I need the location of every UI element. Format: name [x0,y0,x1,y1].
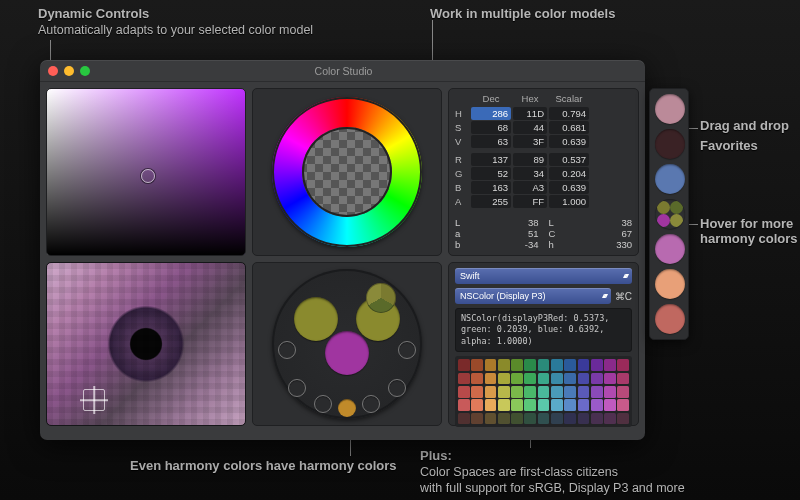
harmony-slot[interactable] [388,379,406,397]
value-row[interactable]: A 255 FF 1.000 [455,195,632,208]
swatch[interactable] [551,386,563,398]
favorite-multi[interactable] [655,199,685,229]
image-sampler[interactable] [46,262,246,426]
value-scalar[interactable]: 0.639 [549,135,589,148]
colorspace-select[interactable]: NSColor (Display P3)▴▾ [455,288,611,304]
swatch[interactable] [591,373,603,385]
swatch[interactable] [617,386,629,398]
swatch[interactable] [511,386,523,398]
swatch[interactable] [458,373,470,385]
swatch[interactable] [538,413,550,425]
harmony-slot[interactable] [288,379,306,397]
harmony-slot[interactable] [338,399,356,417]
swatch[interactable] [578,413,590,425]
hue-wheel[interactable] [272,97,422,247]
swatch[interactable] [511,413,523,425]
swatch[interactable] [524,359,536,371]
value-hex[interactable]: 44 [513,121,547,134]
swatch[interactable] [538,359,550,371]
language-select[interactable]: Swift▴▾ [455,268,632,284]
zoom-icon[interactable] [80,66,90,76]
value-scalar[interactable]: 0.537 [549,153,589,166]
value-row[interactable]: H 286 11D 0.794 [455,107,632,120]
swatch[interactable] [511,373,523,385]
favorite-swatch[interactable] [655,269,685,299]
swatch[interactable] [551,413,563,425]
harmony-slot[interactable] [362,395,380,413]
gradient-picker[interactable] [46,88,246,256]
minimize-icon[interactable] [64,66,74,76]
harmony-slot[interactable] [314,395,332,413]
value-dec[interactable]: 163 [471,181,511,194]
swatch[interactable] [564,373,576,385]
code-snippet[interactable]: NSColor(displayP3Red: 0.5373, green: 0.2… [455,308,632,352]
harmony-slot[interactable] [278,341,296,359]
favorite-swatch[interactable] [655,234,685,264]
swatch[interactable] [591,359,603,371]
swatch[interactable] [578,373,590,385]
swatch[interactable] [538,373,550,385]
value-dec[interactable]: 52 [471,167,511,180]
swatch[interactable] [604,373,616,385]
value-hex[interactable]: 11D [513,107,547,120]
value-dec[interactable]: 63 [471,135,511,148]
swatch[interactable] [498,373,510,385]
value-scalar[interactable]: 1.000 [549,195,589,208]
titlebar[interactable]: Color Studio [40,60,645,82]
value-dec[interactable]: 255 [471,195,511,208]
favorite-swatch[interactable] [655,304,685,334]
swatch[interactable] [485,373,497,385]
swatch[interactable] [458,399,470,411]
swatch[interactable] [578,359,590,371]
favorite-swatch[interactable] [655,94,685,124]
harmony-wheel[interactable] [272,269,422,419]
crosshair-icon[interactable] [83,389,105,411]
swatch[interactable] [578,399,590,411]
swatch[interactable] [564,413,576,425]
swatch[interactable] [471,373,483,385]
swatch[interactable] [617,413,629,425]
swatch[interactable] [604,386,616,398]
swatch[interactable] [564,386,576,398]
swatch[interactable] [551,373,563,385]
harmony-slot[interactable] [398,341,416,359]
swatch[interactable] [485,413,497,425]
harmony-multi-swatch[interactable] [366,283,396,313]
value-row[interactable]: S 68 44 0.681 [455,121,632,134]
swatch[interactable] [458,413,470,425]
swatch[interactable] [617,359,629,371]
value-hex[interactable]: FF [513,195,547,208]
value-row[interactable]: V 63 3F 0.639 [455,135,632,148]
swatch[interactable] [538,386,550,398]
swatch[interactable] [591,399,603,411]
swatch[interactable] [511,399,523,411]
swatch[interactable] [498,413,510,425]
value-row[interactable]: R 137 89 0.537 [455,153,632,166]
favorite-swatch[interactable] [655,129,685,159]
value-row[interactable]: B 163 A3 0.639 [455,181,632,194]
wheel-hub[interactable] [322,147,372,197]
swatch[interactable] [617,373,629,385]
value-dec[interactable]: 137 [471,153,511,166]
value-scalar[interactable]: 0.639 [549,181,589,194]
value-scalar[interactable]: 0.794 [549,107,589,120]
swatch[interactable] [604,359,616,371]
value-hex[interactable]: A3 [513,181,547,194]
value-dec[interactable]: 68 [471,121,511,134]
swatch[interactable] [498,386,510,398]
swatch[interactable] [538,399,550,411]
swatch[interactable] [485,399,497,411]
swatch[interactable] [524,386,536,398]
swatch[interactable] [471,359,483,371]
swatch[interactable] [591,413,603,425]
swatch[interactable] [458,386,470,398]
swatch[interactable] [564,399,576,411]
swatch[interactable] [578,386,590,398]
favorite-swatch[interactable] [655,164,685,194]
value-hex[interactable]: 3F [513,135,547,148]
swatch[interactable] [498,399,510,411]
gradient-handle[interactable] [141,169,155,183]
value-hex[interactable]: 89 [513,153,547,166]
swatch[interactable] [471,399,483,411]
swatch[interactable] [485,359,497,371]
